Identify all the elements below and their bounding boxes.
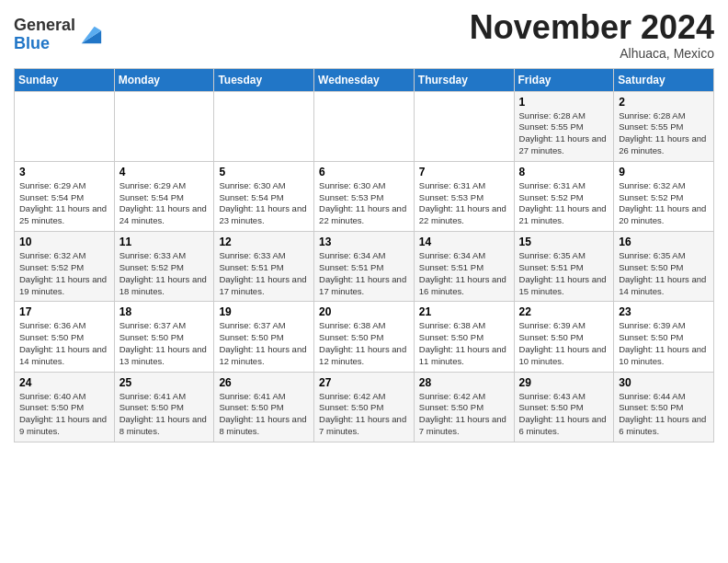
day-number: 11 — [119, 236, 210, 248]
calendar-cell: 20Sunrise: 6:38 AMSunset: 5:50 PMDayligh… — [314, 302, 415, 372]
logo-general: General — [14, 16, 75, 34]
day-info: Sunrise: 6:29 AMSunset: 5:54 PMDaylight:… — [119, 180, 210, 227]
day-info: Sunrise: 6:34 AMSunset: 5:51 PMDaylight:… — [319, 250, 409, 297]
day-number: 28 — [419, 376, 509, 389]
day-info: Sunrise: 6:31 AMSunset: 5:52 PMDaylight:… — [519, 180, 609, 227]
calendar-cell: 19Sunrise: 6:37 AMSunset: 5:50 PMDayligh… — [214, 302, 314, 372]
calendar-cell: 4Sunrise: 6:29 AMSunset: 5:54 PMDaylight… — [114, 161, 214, 231]
day-header-friday: Friday — [514, 68, 614, 91]
day-info: Sunrise: 6:32 AMSunset: 5:52 PMDaylight:… — [19, 250, 109, 297]
day-number: 15 — [519, 236, 609, 248]
day-info: Sunrise: 6:44 AMSunset: 5:50 PMDaylight:… — [619, 391, 709, 438]
day-info: Sunrise: 6:29 AMSunset: 5:54 PMDaylight:… — [19, 180, 109, 227]
calendar-cell — [414, 91, 514, 161]
day-info: Sunrise: 6:40 AMSunset: 5:50 PMDaylight:… — [19, 391, 109, 438]
calendar-cell: 15Sunrise: 6:35 AMSunset: 5:51 PMDayligh… — [514, 232, 614, 302]
calendar-cell — [15, 91, 115, 161]
day-number: 4 — [119, 166, 210, 178]
calendar-cell: 11Sunrise: 6:33 AMSunset: 5:52 PMDayligh… — [114, 232, 214, 302]
day-info: Sunrise: 6:33 AMSunset: 5:52 PMDaylight:… — [119, 250, 210, 297]
day-info: Sunrise: 6:38 AMSunset: 5:50 PMDaylight:… — [319, 320, 409, 367]
day-number: 12 — [219, 236, 309, 248]
day-info: Sunrise: 6:37 AMSunset: 5:50 PMDaylight:… — [219, 320, 309, 367]
calendar-cell: 2Sunrise: 6:28 AMSunset: 5:55 PMDaylight… — [614, 91, 714, 161]
page: General Blue November 2024 Alhuaca, Mexi… — [0, 0, 728, 456]
calendar-cell: 13Sunrise: 6:34 AMSunset: 5:51 PMDayligh… — [314, 232, 415, 302]
day-number: 21 — [419, 305, 509, 318]
day-number: 27 — [319, 376, 409, 389]
day-info: Sunrise: 6:39 AMSunset: 5:50 PMDaylight:… — [619, 320, 709, 367]
title-area: November 2024 Alhuaca, Mexico — [470, 9, 714, 61]
calendar-cell: 10Sunrise: 6:32 AMSunset: 5:52 PMDayligh… — [15, 232, 115, 302]
day-info: Sunrise: 6:34 AMSunset: 5:51 PMDaylight:… — [419, 250, 509, 297]
calendar-cell: 26Sunrise: 6:41 AMSunset: 5:50 PMDayligh… — [214, 372, 314, 442]
day-header-saturday: Saturday — [614, 68, 714, 91]
day-header-thursday: Thursday — [414, 68, 514, 91]
calendar-cell: 21Sunrise: 6:38 AMSunset: 5:50 PMDayligh… — [414, 302, 514, 372]
day-info: Sunrise: 6:42 AMSunset: 5:50 PMDaylight:… — [319, 391, 409, 438]
day-info: Sunrise: 6:28 AMSunset: 5:55 PMDaylight:… — [619, 110, 709, 157]
calendar-cell: 27Sunrise: 6:42 AMSunset: 5:50 PMDayligh… — [314, 372, 415, 442]
calendar-cell: 25Sunrise: 6:41 AMSunset: 5:50 PMDayligh… — [114, 372, 214, 442]
calendar-cell: 9Sunrise: 6:32 AMSunset: 5:52 PMDaylight… — [614, 161, 714, 231]
day-number: 14 — [419, 236, 509, 248]
day-info: Sunrise: 6:32 AMSunset: 5:52 PMDaylight:… — [619, 180, 709, 227]
day-number: 5 — [219, 166, 309, 178]
calendar-cell: 16Sunrise: 6:35 AMSunset: 5:50 PMDayligh… — [614, 232, 714, 302]
day-number: 13 — [319, 236, 409, 248]
calendar-cell: 12Sunrise: 6:33 AMSunset: 5:51 PMDayligh… — [214, 232, 314, 302]
day-info: Sunrise: 6:30 AMSunset: 5:54 PMDaylight:… — [219, 180, 309, 227]
calendar: SundayMondayTuesdayWednesdayThursdayFrid… — [14, 68, 714, 442]
day-number: 26 — [219, 376, 309, 389]
day-number: 29 — [519, 376, 609, 389]
day-number: 18 — [119, 305, 210, 318]
day-header-wednesday: Wednesday — [314, 68, 415, 91]
calendar-cell: 22Sunrise: 6:39 AMSunset: 5:50 PMDayligh… — [514, 302, 614, 372]
day-info: Sunrise: 6:41 AMSunset: 5:50 PMDaylight:… — [119, 391, 210, 438]
day-info: Sunrise: 6:35 AMSunset: 5:51 PMDaylight:… — [519, 250, 609, 297]
day-info: Sunrise: 6:42 AMSunset: 5:50 PMDaylight:… — [419, 391, 509, 438]
day-number: 9 — [619, 166, 709, 178]
day-info: Sunrise: 6:39 AMSunset: 5:50 PMDaylight:… — [519, 320, 609, 367]
calendar-cell: 1Sunrise: 6:28 AMSunset: 5:55 PMDaylight… — [514, 91, 614, 161]
day-number: 2 — [619, 96, 709, 109]
day-info: Sunrise: 6:41 AMSunset: 5:50 PMDaylight:… — [219, 391, 309, 438]
day-number: 22 — [519, 305, 609, 318]
day-number: 20 — [319, 305, 409, 318]
day-info: Sunrise: 6:31 AMSunset: 5:53 PMDaylight:… — [419, 180, 509, 227]
day-header-tuesday: Tuesday — [214, 68, 314, 91]
calendar-cell: 8Sunrise: 6:31 AMSunset: 5:52 PMDaylight… — [514, 161, 614, 231]
calendar-cell: 6Sunrise: 6:30 AMSunset: 5:53 PMDaylight… — [314, 161, 415, 231]
day-number: 17 — [19, 305, 109, 318]
calendar-cell: 29Sunrise: 6:43 AMSunset: 5:50 PMDayligh… — [514, 372, 614, 442]
day-number: 8 — [519, 166, 609, 178]
day-header-monday: Monday — [114, 68, 214, 91]
day-info: Sunrise: 6:30 AMSunset: 5:53 PMDaylight:… — [319, 180, 409, 227]
calendar-cell: 7Sunrise: 6:31 AMSunset: 5:53 PMDaylight… — [414, 161, 514, 231]
logo-area: General Blue — [14, 17, 103, 53]
calendar-cell: 5Sunrise: 6:30 AMSunset: 5:54 PMDaylight… — [214, 161, 314, 231]
calendar-cell: 17Sunrise: 6:36 AMSunset: 5:50 PMDayligh… — [15, 302, 115, 372]
month-title: November 2024 — [470, 9, 714, 46]
day-number: 7 — [419, 166, 509, 178]
day-number: 24 — [19, 376, 109, 389]
calendar-cell: 14Sunrise: 6:34 AMSunset: 5:51 PMDayligh… — [414, 232, 514, 302]
calendar-cell: 23Sunrise: 6:39 AMSunset: 5:50 PMDayligh… — [614, 302, 714, 372]
logo-blue: Blue — [14, 34, 50, 52]
day-info: Sunrise: 6:38 AMSunset: 5:50 PMDaylight:… — [419, 320, 509, 367]
day-header-sunday: Sunday — [15, 68, 115, 91]
day-number: 25 — [119, 376, 210, 389]
location: Alhuaca, Mexico — [470, 46, 714, 61]
day-info: Sunrise: 6:35 AMSunset: 5:50 PMDaylight:… — [619, 250, 709, 297]
day-info: Sunrise: 6:36 AMSunset: 5:50 PMDaylight:… — [19, 320, 109, 367]
day-number: 1 — [519, 96, 609, 109]
day-number: 23 — [619, 305, 709, 318]
header: General Blue November 2024 Alhuaca, Mexi… — [14, 9, 714, 61]
day-info: Sunrise: 6:33 AMSunset: 5:51 PMDaylight:… — [219, 250, 309, 297]
day-number: 19 — [219, 305, 309, 318]
day-number: 30 — [619, 376, 709, 389]
calendar-cell: 24Sunrise: 6:40 AMSunset: 5:50 PMDayligh… — [15, 372, 115, 442]
calendar-cell — [314, 91, 415, 161]
day-info: Sunrise: 6:28 AMSunset: 5:55 PMDaylight:… — [519, 110, 609, 157]
day-number: 10 — [19, 236, 109, 248]
